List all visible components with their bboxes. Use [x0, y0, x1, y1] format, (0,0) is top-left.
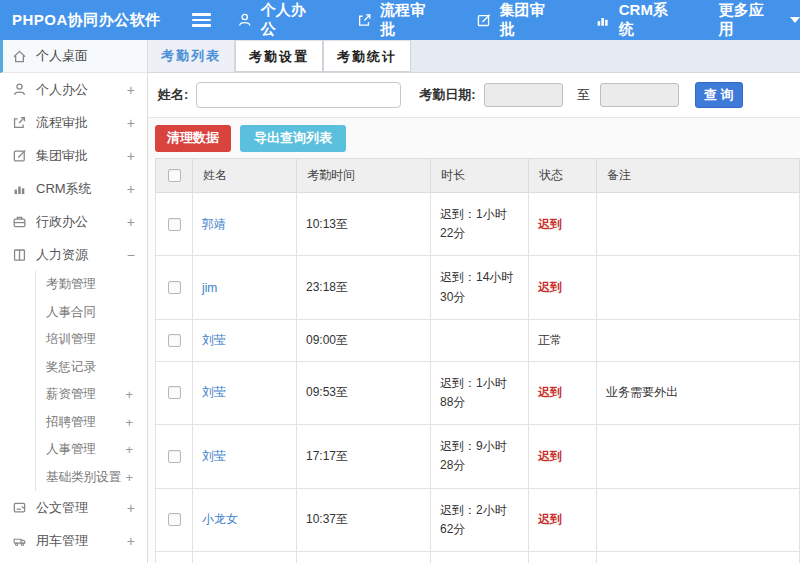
home-icon	[12, 49, 27, 64]
table-row: 刘莹17:17至迟到：9小时28分迟到	[156, 425, 800, 488]
to-label: 至	[577, 86, 590, 104]
sidebar-subitem[interactable]: 招聘管理+	[36, 409, 147, 437]
search-button[interactable]: 查 询	[695, 82, 743, 108]
expand-toggle-icon: +	[125, 387, 133, 402]
sidebar-subitem-label: 奖惩记录	[46, 359, 133, 376]
row-checkbox[interactable]	[168, 513, 181, 526]
sidebar-item[interactable]: 用车管理+	[0, 524, 147, 557]
sidebar-item-label: 人力资源	[36, 246, 127, 264]
employee-name-link[interactable]: 刘莹	[202, 449, 226, 463]
sidebar-item[interactable]: 个人桌面	[0, 40, 147, 73]
status-badge: 正常	[538, 333, 562, 347]
tab-item[interactable]: 考勤统计	[323, 40, 411, 72]
attendance-time-cell: 17:17至	[297, 425, 431, 488]
tab-item[interactable]: 考勤列表	[148, 40, 235, 72]
chevron-down-icon	[790, 17, 800, 23]
sidebar-subitem[interactable]: 考勤管理	[36, 271, 147, 299]
sidebar-item[interactable]: 集团审批+	[0, 139, 147, 172]
duration-line: 迟到：1小时88分	[440, 374, 519, 412]
sidebar-item-label: 公文管理	[36, 499, 127, 517]
status-badge: 迟到	[538, 217, 562, 231]
attendance-time-cell: 10:37至	[297, 488, 431, 551]
table-row: 管理员10:54至10:54迟到：2小时90分早退：7小时10分迟到/早退111…	[156, 551, 800, 563]
row-checkbox[interactable]	[168, 334, 181, 347]
expand-toggle-icon: +	[127, 500, 135, 516]
sidebar-item[interactable]: 公文管理+	[0, 491, 147, 524]
sidebar-subitem[interactable]: 人事管理+	[36, 436, 147, 464]
sidebar-item[interactable]: 流程审批+	[0, 106, 147, 139]
topnav-item[interactable]: 集团审批	[476, 1, 557, 39]
note-cell	[597, 256, 800, 319]
topnav-item[interactable]: CRM系统	[595, 1, 680, 39]
employee-name-link[interactable]: jim	[202, 281, 217, 295]
duration-cell: 迟到：14小时30分	[431, 256, 529, 319]
row-checkbox[interactable]	[168, 218, 181, 231]
user-icon	[237, 12, 252, 28]
sidebar-subitem[interactable]: 奖惩记录	[36, 354, 147, 382]
topnav-item-label: 集团审批	[499, 1, 557, 39]
duration-cell: 迟到：2小时62分	[431, 488, 529, 551]
chart-icon	[595, 12, 610, 28]
doc-icon	[12, 500, 27, 515]
flow-icon	[12, 115, 27, 130]
car-icon	[12, 533, 27, 548]
attendance-time-cell: 09:00至	[297, 319, 431, 361]
hamburger-menu-icon[interactable]	[192, 13, 212, 27]
expand-toggle-icon: +	[127, 115, 135, 131]
date-to-input[interactable]	[600, 83, 679, 107]
topnav-item[interactable]: 流程审批	[357, 1, 438, 39]
sidebar-subitem[interactable]: 培训管理	[36, 326, 147, 354]
user-icon	[12, 82, 27, 97]
note-cell	[597, 193, 800, 256]
row-checkbox[interactable]	[168, 450, 181, 463]
note-cell: 业务需要外出	[597, 361, 800, 424]
sidebar-item[interactable]: 个人办公+	[0, 73, 147, 106]
duration-line: 迟到：14小时30分	[440, 268, 519, 306]
topnav-item-label: 个人办公	[261, 1, 319, 39]
duration-line: 迟到：2小时62分	[440, 501, 519, 539]
sidebar-item-label: 用车管理	[36, 532, 127, 550]
sidebar-item-label: 集团审批	[36, 147, 127, 165]
expand-toggle-icon: +	[125, 470, 133, 485]
sidebar-subitem-label: 薪资管理	[46, 386, 125, 403]
clear-data-button[interactable]: 清理数据	[155, 125, 231, 152]
sidebar-subnav: 考勤管理人事合同培训管理奖惩记录薪资管理+招聘管理+人事管理+基础类别设置+	[35, 271, 147, 491]
column-header: 备注	[597, 159, 800, 193]
app-title: PHPOA协同办公软件	[0, 11, 192, 30]
attendance-table: 姓名考勤时间时长状态备注 郭靖10:13至迟到：1小时22分迟到jim23:18…	[155, 158, 800, 563]
export-list-button[interactable]: 导出查询列表	[240, 125, 346, 152]
employee-name-link[interactable]: 刘莹	[202, 385, 226, 399]
sidebar-item[interactable]: CRM系统+	[0, 172, 147, 205]
duration-line: 迟到：9小时28分	[440, 437, 519, 475]
row-checkbox[interactable]	[168, 281, 181, 294]
duration-cell: 迟到：2小时90分早退：7小时10分	[431, 551, 529, 563]
tab-item[interactable]: 考勤设置	[235, 40, 323, 72]
sidebar-item[interactable]: 人力资源−	[0, 238, 147, 271]
name-label: 姓名:	[158, 86, 188, 104]
topnav-item[interactable]: 更多应用	[719, 1, 800, 39]
sidebar-subitem[interactable]: 基础类别设置+	[36, 464, 147, 492]
sidebar-subitem[interactable]: 人事合同	[36, 299, 147, 327]
duration-line: 迟到：1小时22分	[440, 205, 519, 243]
employee-name-link[interactable]: 郭靖	[202, 217, 226, 231]
row-checkbox[interactable]	[168, 386, 181, 399]
expand-toggle-icon: +	[127, 533, 135, 549]
top-nav: 个人办公流程审批集团审批CRM系统更多应用	[237, 1, 800, 39]
edit-icon	[12, 148, 27, 163]
topnav-item[interactable]: 个人办公	[237, 1, 318, 39]
employee-name-link[interactable]: 刘莹	[202, 333, 226, 347]
employee-name-link[interactable]: 小龙女	[202, 512, 238, 526]
note-cell	[597, 488, 800, 551]
duration-cell: 迟到：1小时22分	[431, 193, 529, 256]
select-all-checkbox[interactable]	[168, 169, 181, 182]
duration-cell: 迟到：1小时88分	[431, 361, 529, 424]
attendance-time-cell: 23:18至	[297, 256, 431, 319]
sidebar-subitem[interactable]: 薪资管理+	[36, 381, 147, 409]
name-input[interactable]	[196, 82, 401, 108]
sidebar-subitem-label: 招聘管理	[46, 414, 125, 431]
date-from-input[interactable]	[484, 83, 563, 107]
sidebar-item[interactable]: 行政办公+	[0, 205, 147, 238]
edit-icon	[476, 12, 491, 28]
briefcase-icon	[12, 214, 27, 229]
status-badge: 迟到	[538, 280, 562, 294]
